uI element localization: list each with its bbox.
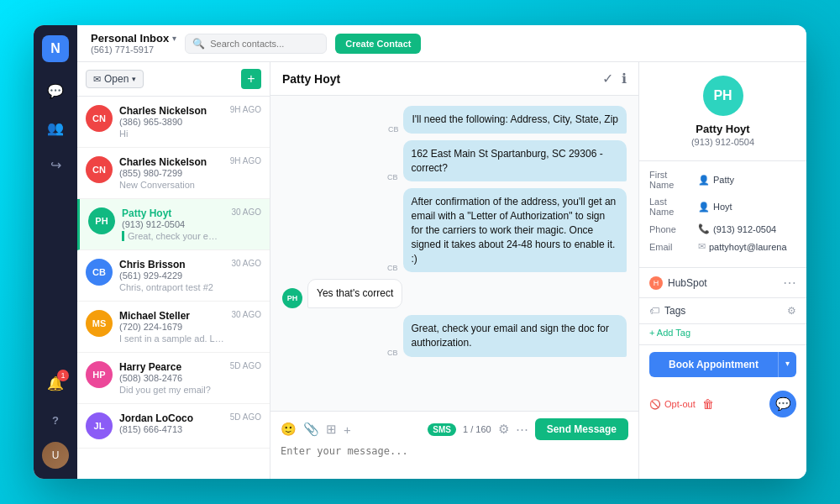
nav-help-icon[interactable]: ? [40,405,71,435]
messages-area: I'll need the following: Address, City, … [270,96,638,411]
contact-card-phone: (913) 912-0504 [649,137,796,147]
email-value: ✉ pattyhoyt@laurena [698,241,796,252]
message-row: After confirmation of the address, you'l… [282,188,627,272]
list-item[interactable]: MS Michael Steller (720) 224-1679 I sent… [77,302,270,353]
contact-phone: (508) 308-2476 [119,373,223,383]
info-icon[interactable]: ℹ [622,71,627,87]
book-appointment-dropdown-button[interactable]: ▾ [778,352,796,377]
search-icon: 🔍 [192,38,205,50]
list-item[interactable]: PH Patty Hoyt (913) 912-0504 Great, chec… [77,199,270,250]
add-conversation-button[interactable]: + [241,69,261,89]
app-container: Personal Inbox ▾ (561) 771-5917 🔍 Create… [34,25,806,479]
list-item[interactable]: CN Charles Nickelson (386) 965-3890 Hi 9… [77,97,270,148]
inbox-title: Personal Inbox ▾ (561) 771-5917 [91,32,176,55]
contact-name: Michael Steller [119,310,224,322]
avatar: PH [88,207,115,234]
user-icon: 👤 [698,175,710,186]
contact-card: PH Patty Hoyt (913) 912-0504 [639,62,806,161]
bottom-actions: 🚫 Opt-out 🗑 💬 [639,384,806,424]
opt-out-icon: 🚫 [649,399,661,410]
contact-name: Patty Hoyt [122,207,224,219]
message-row: 162 East Main St Spartanburg, SC 29306 -… [282,140,627,182]
book-appointment-wrapper: Book Appointment ▾ [649,352,796,377]
sender-tag: CB [387,173,398,181]
contact-fields: First Name 👤 Patty Last Name 👤 Hoyt Phon… [639,161,806,268]
first-name-label: First Name [649,170,691,190]
hubspot-row: H HubSpot ⋯ [639,268,806,298]
avatar: HP [86,361,113,388]
contact-phone: (815) 666-4713 [119,424,223,434]
inbox-panel: ✉ Open ▾ + CN Charles Nickelson (386) 96… [77,62,270,479]
sender-tag: CB [387,349,398,357]
contact-avatar: PH [703,76,743,116]
message-bubble: Yes that's correct [307,279,402,308]
tags-label: Tags [664,305,782,317]
last-name-row: Last Name 👤 Hoyt [649,197,796,217]
first-name-row: First Name 👤 Patty [649,170,796,190]
list-item[interactable]: HP Harry Pearce (508) 308-2476 Did you g… [77,353,270,404]
sms-badge: SMS [428,423,456,436]
contact-time: 30 AGO [231,310,261,319]
contact-preview: Great, check your email and sign the doc… [122,231,224,241]
contact-preview: New Conversation [119,180,223,190]
nav-chat-icon[interactable]: 💬 [40,76,71,106]
sender-tag: CB [388,125,399,134]
contact-preview: Chris, ontraport test #2 [119,282,224,292]
chat-footer: 🙂 📎 ⊞ + SMS 1 / 160 ⚙ ⋯ Send Message [270,411,638,479]
avatar: CB [86,259,113,286]
book-appointment-button[interactable]: Book Appointment [649,352,778,377]
list-item[interactable]: CN Charles Nickelson (855) 980-7299 New … [77,148,270,199]
nav-notification-icon[interactable]: 🔔 1 [40,368,71,398]
search-box: 🔍 [185,34,327,54]
nav-contacts-icon[interactable]: 👥 [40,113,71,143]
nav-logo[interactable]: N [42,35,69,62]
chat-header: Patty Hoyt ✓ ℹ [270,62,638,96]
phone-icon: 📞 [698,223,710,234]
template-icon[interactable]: ⊞ [326,422,337,437]
chat-bubble-button[interactable]: 💬 [769,391,796,417]
contact-name: Chris Brisson [119,259,224,270]
avatar: CN [86,105,113,132]
hubspot-label: HubSpot [668,277,778,289]
mail-icon: ✉ [93,74,101,85]
last-name-label: Last Name [649,197,691,217]
sender-tag: CB [387,264,398,272]
hubspot-more-button[interactable]: ⋯ [783,275,796,291]
message-bubble: After confirmation of the address, you'l… [403,188,627,272]
nav-share-icon[interactable]: ↪ [40,150,71,180]
search-input[interactable] [210,39,319,49]
open-filter-button[interactable]: ✉ Open ▾ [86,70,144,88]
create-contact-button[interactable]: Create Contact [335,34,421,54]
add-tag-button[interactable]: + Add Tag [639,324,806,345]
avatar: JL [86,412,113,439]
contact-time: 9H AGO [230,156,261,165]
contact-time: 5D AGO [230,361,261,370]
message-bubble: Great, check your email and sign the doc… [403,315,627,357]
contact-time: 5D AGO [230,412,261,422]
avatar: MS [86,310,113,337]
delete-button[interactable]: 🗑 [702,397,714,411]
tags-gear-icon[interactable]: ⚙ [787,305,796,317]
emoji-icon[interactable]: 🙂 [281,422,297,437]
inbox-toolbar: ✉ Open ▾ + [77,62,270,97]
message-row: PH Yes that's correct [282,279,627,308]
list-item[interactable]: CB Chris Brisson (561) 929-4229 Chris, o… [77,250,270,302]
first-name-value: 👤 Patty [698,175,796,186]
contact-phone: (386) 965-3890 [119,117,223,127]
personal-inbox-label: Personal Inbox [91,32,169,45]
list-item[interactable]: JL Jordan LoCoco (815) 666-4713 5D AGO [77,404,270,449]
phone-row: Phone 📞 (913) 912-0504 [649,223,796,234]
checkmark-icon[interactable]: ✓ [602,71,613,87]
more-icon[interactable]: ⋯ [516,422,528,437]
settings-icon[interactable]: ⚙ [498,422,509,437]
main-content: ✉ Open ▾ + CN Charles Nickelson (386) 96… [77,62,806,479]
message-input[interactable] [281,445,628,469]
nav-user-avatar[interactable]: U [42,442,69,469]
dropdown-icon[interactable]: ▾ [172,34,176,43]
message-row: Great, check your email and sign the doc… [282,315,627,357]
link-icon[interactable]: + [344,423,351,437]
avatar: CN [86,156,113,183]
send-message-button[interactable]: Send Message [535,418,628,440]
opt-out-button[interactable]: 🚫 Opt-out [649,399,696,410]
attachment-icon[interactable]: 📎 [303,422,319,437]
